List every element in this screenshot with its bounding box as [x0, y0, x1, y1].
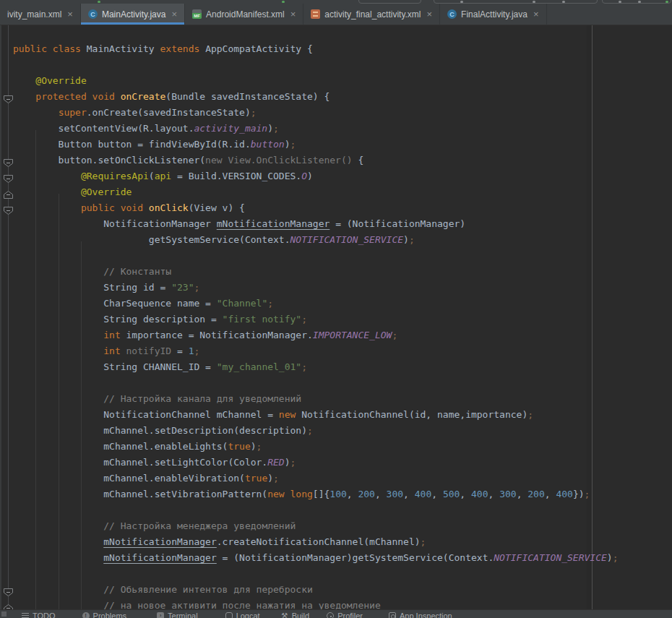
code-line-16[interactable]: String id = "23"; [13, 280, 619, 296]
code-line-19[interactable]: int importance = NotificationManager.IMP… [13, 327, 619, 343]
fold-marker-down[interactable] [4, 157, 13, 165]
code-line-28[interactable]: mChannel.enableVibration(true); [13, 471, 619, 486]
code-token: ; [290, 457, 296, 468]
code-line-13[interactable]: getSystemService(Context.NOTIFICATION_SE… [13, 232, 619, 248]
code-token: ) [267, 473, 273, 484]
toolbar-icon[interactable] [460, 1, 463, 3]
code-line-12[interactable]: NotificationManager mNotificationManager… [13, 216, 619, 232]
code-line-14[interactable] [13, 248, 619, 264]
tab-close-icon[interactable]: × [171, 9, 177, 19]
code-token: CharSequence name = [13, 298, 217, 309]
tab-close-icon[interactable]: × [427, 9, 433, 19]
fold-marker-up[interactable] [4, 189, 13, 197]
code-area[interactable]: public class MainActivity extends AppCom… [0, 25, 619, 609]
toolwindow-button-build[interactable]: ⚒Build [281, 611, 309, 618]
code-line-15[interactable]: // Константы [13, 264, 619, 280]
run-icon[interactable] [665, 1, 668, 3]
toolwindow-button-app-inspection[interactable]: App Inspection [389, 611, 452, 618]
debug-icon[interactable] [638, 1, 641, 3]
code-line-8[interactable]: button.setOnClickListener(new View.OnCli… [13, 153, 619, 168]
code-line-32[interactable]: mNotificationManager.createNotificationC… [13, 534, 619, 550]
code-token: []{ [313, 489, 329, 499]
code-line-9[interactable]: @RequiresApi(api = Build.VERSION_CODES.O… [13, 168, 619, 184]
main-toolbar-strip [0, 0, 672, 4]
code-editor[interactable]: public class MainActivity extends AppCom… [0, 25, 672, 609]
code-line-36[interactable]: // на новое активити после нажатия на ув… [13, 598, 619, 609]
code-token: @RequiresApi [81, 171, 149, 181]
code-line-29[interactable]: mChannel.setVibrationPattern(new long[]{… [13, 486, 619, 502]
code-line-23[interactable]: // Настройка канала для уведомлений [13, 391, 619, 407]
tab-ivity-main-xml[interactable]: ivity_main.xml× [0, 4, 81, 25]
code-token: String id = [13, 282, 171, 293]
java-class-icon: C [88, 9, 98, 19]
run-icon[interactable] [282, 1, 285, 3]
toolbar-icon[interactable] [533, 1, 535, 3]
toolwindow-button-logcat[interactable]: Logcat [225, 611, 260, 618]
tab-close-icon[interactable]: × [290, 9, 296, 19]
code-line-10[interactable]: @Override [13, 184, 619, 200]
code-line-20[interactable]: int notifyID = 1; [13, 343, 619, 359]
fold-marker-down[interactable] [4, 173, 13, 181]
toolbar-icon[interactable] [562, 1, 565, 3]
code-line-4[interactable]: protected void onCreate(Bundle savedInst… [13, 89, 619, 105]
code-token: NOTIFICATION_SERVICE [290, 234, 404, 245]
code-line-11[interactable]: public void onClick(View v) { [13, 200, 619, 216]
code-line-21[interactable]: String CHANNEL_ID = "my_channel_01"; [13, 359, 619, 375]
code-token: Button button = findViewById(R.id. [13, 139, 251, 150]
code-token: , [545, 489, 556, 499]
tab-close-icon[interactable]: × [533, 9, 539, 19]
code-line-17[interactable]: CharSequence name = "Channel"; [13, 296, 619, 312]
code-line-24[interactable]: NotificationChannel mChannel = new Notif… [13, 407, 619, 423]
code-line-27[interactable]: mChannel.setLightColor(Color.RED); [13, 455, 619, 471]
fold-marker-down[interactable] [4, 93, 13, 101]
fold-marker-down[interactable] [4, 205, 13, 213]
manifest-icon-text: MF [192, 13, 202, 19]
tab-label: ivity_main.xml [7, 9, 61, 20]
fold-marker-up[interactable] [4, 602, 13, 609]
code-line-34[interactable] [13, 566, 619, 582]
code-token: ; [301, 361, 307, 372]
code-line-30[interactable] [13, 502, 619, 518]
tab-close-icon[interactable]: × [67, 9, 73, 19]
code-line-1[interactable]: public class MainActivity extends AppCom… [13, 41, 619, 57]
code-token: mChannel.setVibrationPattern( [13, 489, 267, 499]
code-token: , [403, 489, 415, 499]
code-line-25[interactable]: mChannel.setDescription(description); [13, 423, 619, 439]
device-selector-outline[interactable] [358, 0, 421, 4]
toolwindow-button-terminal[interactable]: ›Terminal [157, 611, 198, 618]
run-app-icon[interactable] [619, 1, 621, 3]
toolwindow-button-label: TODO [33, 611, 56, 618]
fold-marker-down[interactable] [4, 586, 13, 594]
code-line-3[interactable]: @Override [13, 73, 619, 89]
tab-mainactivity-java[interactable]: CMainActivity.java× [81, 4, 185, 25]
toolwindow-button-profiler[interactable]: Profiler [327, 611, 363, 618]
code-line-31[interactable]: // Настройка менеджера уведомлений [13, 518, 619, 534]
window-icon[interactable] [1, 611, 7, 617]
tab-activity-final-acttivity-xml[interactable]: activity_final_acttivity.xml× [303, 4, 440, 25]
tab-label: FinalActtivity.java [461, 9, 527, 20]
run-icon[interactable] [98, 1, 100, 3]
code-token: ; [257, 441, 262, 452]
tab-androidmanifest-xml[interactable]: MFAndroidManifest.xml× [185, 4, 303, 25]
problems-icon: ! [82, 612, 90, 618]
code-line-35[interactable]: // Обьявление интентов для переброски [13, 582, 619, 598]
tab-finalacttivity-java[interactable]: CFinalActtivity.java× [440, 4, 546, 25]
code-token: @Override [35, 75, 86, 86]
code-line-33[interactable]: mNotificationManager = (NotificationMana… [13, 550, 619, 566]
code-line-6[interactable]: setContentView(R.layout.activity_main); [13, 121, 619, 137]
code-line-2[interactable] [13, 57, 619, 73]
code-line-5[interactable]: super.onCreate(savedInstanceState); [13, 105, 619, 121]
toolwindow-button-problems[interactable]: !Problems [82, 611, 126, 618]
run-config-outline[interactable] [434, 0, 598, 4]
code-line-7[interactable]: Button button = findViewById(R.id.button… [13, 137, 619, 153]
code-token: activity_main [194, 123, 267, 134]
code-token: ; [613, 552, 619, 563]
code-line-22[interactable] [13, 375, 619, 391]
toolwindow-button-todo[interactable]: TODO [22, 611, 56, 618]
code-line-18[interactable]: String description = "first notify"; [13, 312, 619, 327]
toolbar-group-outline[interactable] [602, 0, 671, 4]
code-line-26[interactable]: mChannel.enableLights(true); [13, 439, 619, 455]
code-token: { [358, 155, 363, 166]
code-token: = [171, 346, 188, 356]
app-inspection-icon [389, 612, 396, 618]
